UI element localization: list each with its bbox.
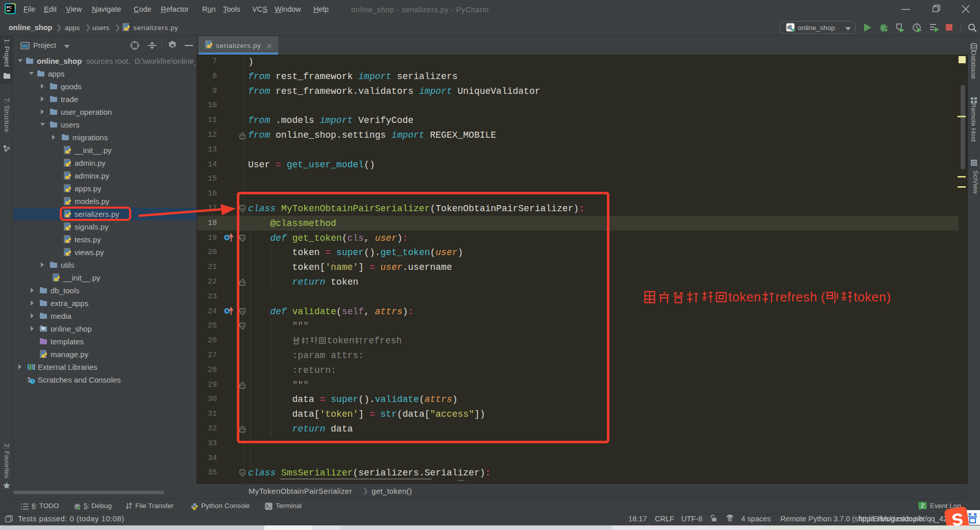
svg-text:2: 2	[921, 502, 924, 509]
svg-text:dj: dj	[788, 24, 792, 30]
